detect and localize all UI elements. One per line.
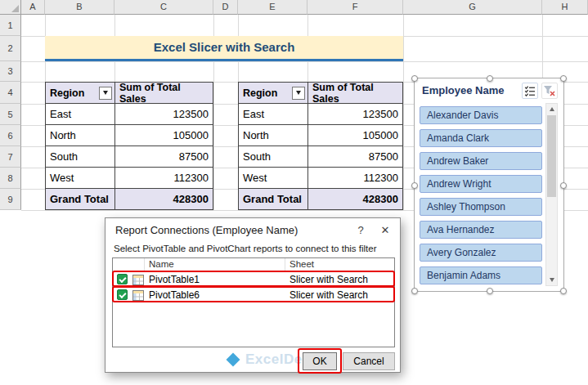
pivot-left-header-region[interactable]: Region bbox=[46, 83, 115, 104]
clear-filter-button[interactable] bbox=[541, 83, 558, 99]
column-header-E[interactable]: E bbox=[238, 0, 307, 15]
pivot-left-header-sales[interactable]: Sum of Total Sales bbox=[115, 83, 213, 104]
region-cell[interactable]: East bbox=[239, 104, 308, 125]
slicer-item[interactable]: Avery Gonzalez bbox=[420, 244, 542, 262]
region-cell[interactable]: East bbox=[46, 104, 115, 125]
row-header-9[interactable]: 9 bbox=[0, 189, 21, 210]
slicer-employee-name[interactable]: Employee Name Alexander Davis Amanda Cla… bbox=[414, 78, 564, 292]
column-header-F[interactable]: F bbox=[307, 0, 403, 15]
row-header-5[interactable]: 5 bbox=[0, 104, 21, 125]
slicer-item[interactable]: Andrew Baker bbox=[420, 152, 542, 170]
column-header-B[interactable]: B bbox=[45, 0, 114, 15]
selection-handle[interactable] bbox=[411, 75, 418, 82]
connection-row-pivottable6[interactable]: PivotTable6 Slicer with Search bbox=[113, 287, 394, 302]
scroll-up-button[interactable] bbox=[546, 104, 557, 114]
row-header-3[interactable]: 3 bbox=[0, 61, 21, 82]
scrollbar-thumb[interactable] bbox=[547, 115, 556, 197]
pivottable-icon bbox=[132, 289, 144, 300]
row-header-6[interactable]: 6 bbox=[0, 125, 21, 146]
column-header-sheet[interactable]: Sheet bbox=[290, 259, 314, 269]
dropdown-arrow-icon bbox=[103, 91, 108, 95]
pivot-row: North 105000 bbox=[46, 125, 213, 146]
region-cell[interactable]: South bbox=[46, 146, 115, 168]
slicer-item[interactable]: Andrew Wright bbox=[420, 175, 542, 193]
scroll-down-button[interactable] bbox=[546, 275, 557, 285]
selection-handle[interactable] bbox=[411, 288, 418, 294]
selection-handle[interactable] bbox=[487, 288, 493, 294]
worksheet-title: Excel Slicer with Search bbox=[45, 36, 403, 61]
slicer-item[interactable]: Alexander Davis bbox=[420, 106, 542, 124]
region-cell[interactable]: North bbox=[46, 125, 115, 146]
column-header-D[interactable]: D bbox=[213, 0, 238, 15]
select-all-triangle-icon bbox=[11, 5, 19, 12]
slicer-item[interactable]: Benjamin Adams bbox=[420, 266, 542, 284]
help-button[interactable]: ? bbox=[351, 221, 370, 239]
close-button[interactable]: ✕ bbox=[375, 221, 395, 239]
row-header-2[interactable]: 2 bbox=[0, 36, 21, 61]
selection-handle[interactable] bbox=[560, 75, 567, 82]
column-header-G[interactable]: G bbox=[403, 0, 542, 15]
connections-list: Name Sheet PivotTable1 Slicer with Sea bbox=[112, 257, 395, 347]
sales-cell[interactable]: 105000 bbox=[308, 125, 403, 146]
multi-select-button[interactable] bbox=[522, 83, 538, 99]
connection-row-pivottable1[interactable]: PivotTable1 Slicer with Search bbox=[113, 271, 394, 287]
pivot-left-header-region-label: Region bbox=[50, 87, 84, 99]
sales-cell[interactable]: 87500 bbox=[115, 146, 213, 168]
dialog-titlebar[interactable]: Report Connections (Employee Name) ? ✕ bbox=[105, 218, 400, 241]
column-header-C[interactable]: C bbox=[114, 0, 213, 15]
selection-handle[interactable] bbox=[487, 75, 493, 82]
sales-cell[interactable]: 112300 bbox=[115, 168, 213, 189]
region-cell[interactable]: North bbox=[239, 125, 308, 146]
pivot-row: East 123500 bbox=[46, 104, 213, 125]
region-cell[interactable]: South bbox=[239, 146, 308, 168]
cancel-button[interactable]: Cancel bbox=[343, 352, 395, 370]
selection-handle[interactable] bbox=[560, 288, 567, 294]
region-filter-dropdown-button[interactable] bbox=[99, 87, 112, 100]
pivot-row: North 105000 bbox=[239, 125, 403, 146]
column-header-A[interactable]: A bbox=[21, 0, 45, 15]
dialog-title: Report Connections (Employee Name) bbox=[115, 224, 298, 236]
slicer-item[interactable]: Ava Hernandez bbox=[420, 221, 542, 239]
row-header-4[interactable]: 4 bbox=[0, 82, 21, 104]
exceldemy-logo-icon bbox=[227, 353, 240, 367]
multi-select-icon bbox=[524, 85, 536, 96]
row-header-7[interactable]: 7 bbox=[0, 146, 21, 168]
row-header-8[interactable]: 8 bbox=[0, 168, 21, 189]
selection-handle[interactable] bbox=[560, 182, 567, 189]
slicer-title: Employee Name bbox=[422, 84, 504, 96]
ok-button[interactable]: OK bbox=[303, 352, 337, 370]
connection-sheet: Slicer with Search bbox=[290, 289, 368, 301]
sales-cell[interactable]: 87500 bbox=[308, 146, 403, 168]
checkbox-checked-icon[interactable] bbox=[117, 289, 128, 300]
grand-total-value-cell[interactable]: 428300 bbox=[115, 189, 213, 210]
pivot-total-row: Grand Total 428300 bbox=[239, 189, 403, 210]
sales-cell[interactable]: 112300 bbox=[308, 168, 403, 189]
list-header: Name Sheet bbox=[113, 258, 394, 272]
dialog-description: Select PivotTable and PivotChart reports… bbox=[114, 244, 377, 253]
sales-cell[interactable]: 105000 bbox=[115, 125, 213, 146]
grand-total-label-cell[interactable]: Grand Total bbox=[46, 189, 115, 210]
grand-total-label-cell[interactable]: Grand Total bbox=[239, 189, 308, 210]
slicer-scrollbar[interactable] bbox=[545, 103, 558, 286]
column-header-name[interactable]: Name bbox=[149, 259, 174, 269]
row-header-1[interactable]: 1 bbox=[0, 15, 21, 36]
grand-total-value-cell[interactable]: 428300 bbox=[308, 189, 403, 210]
connection-name: PivotTable1 bbox=[149, 274, 200, 285]
slicer-item[interactable]: Amanda Clark bbox=[420, 129, 542, 147]
pivot-right-header-sales[interactable]: Sum of Total Sales bbox=[308, 83, 403, 104]
slicer-item[interactable]: Ashley Thompson bbox=[420, 198, 542, 216]
region-cell[interactable]: West bbox=[239, 168, 308, 189]
column-header-H[interactable]: H bbox=[542, 0, 588, 15]
sales-cell[interactable]: 123500 bbox=[308, 104, 403, 125]
pivot-total-row: Grand Total 428300 bbox=[46, 189, 213, 210]
checkbox-checked-icon[interactable] bbox=[117, 274, 128, 284]
pivot-right-header-region[interactable]: Region bbox=[239, 83, 308, 104]
region-filter-dropdown-button[interactable] bbox=[292, 87, 305, 100]
select-all-corner[interactable] bbox=[0, 0, 21, 15]
pivot-row: West 112300 bbox=[239, 168, 403, 189]
clear-filter-icon bbox=[543, 85, 556, 97]
selection-handle[interactable] bbox=[411, 182, 418, 189]
region-cell[interactable]: West bbox=[46, 168, 115, 189]
connection-sheet: Slicer with Search bbox=[290, 274, 368, 285]
sales-cell[interactable]: 123500 bbox=[115, 104, 213, 125]
